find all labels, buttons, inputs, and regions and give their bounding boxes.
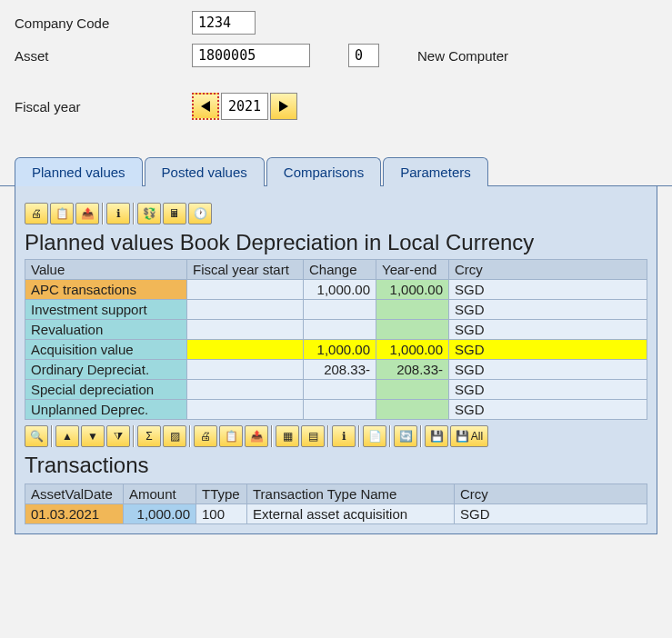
info-button-2[interactable]: ℹ xyxy=(332,425,356,447)
detail-button[interactable]: 🔍 xyxy=(25,425,48,447)
table-row[interactable]: RevaluationSGD xyxy=(25,320,647,340)
col-ttype[interactable]: TType xyxy=(196,484,247,504)
info-icon: ℹ xyxy=(116,207,121,220)
table-row[interactable]: Unplanned Deprec.SGD xyxy=(25,400,647,420)
planned-values-table: Value Fiscal year start Change Year-end … xyxy=(25,259,647,420)
print-button-2[interactable]: 🖨 xyxy=(194,425,217,447)
company-code-row: Company Code xyxy=(15,11,657,35)
planned-values-title: Planned values Book Depreciation in Loca… xyxy=(25,228,647,259)
clipboard-icon: 📋 xyxy=(55,207,69,220)
transactions-table: AssetValDate Amount TType Transaction Ty… xyxy=(25,483,647,524)
company-code-input[interactable] xyxy=(192,11,256,35)
cell-yearend xyxy=(376,400,449,420)
cell-change: 208.33- xyxy=(304,360,376,380)
fiscal-year-next-button[interactable] xyxy=(270,93,297,120)
export-clipboard-button-2[interactable]: 📋 xyxy=(219,425,243,447)
save-layout-button[interactable]: 💾 xyxy=(425,425,448,447)
toolbar-separator xyxy=(420,425,422,447)
cell-yearend: 1,000.00 xyxy=(376,340,449,360)
transactions-toolbar: 🔍 ▲ ▼ ⧩ Σ ▨ 🖨 📋 📤 ▦ ▤ ℹ 📄 🔄 💾 💾All xyxy=(25,425,647,447)
detail-icon: 🔍 xyxy=(30,430,44,443)
cell-value: Ordinary Depreciat. xyxy=(25,360,187,380)
toolbar-separator xyxy=(358,425,360,447)
svg-marker-1 xyxy=(279,101,288,112)
table-row[interactable]: APC transactions1,000.001,000.00SGD xyxy=(25,280,647,300)
col-change[interactable]: Change xyxy=(304,260,376,280)
cell-fystart xyxy=(187,300,304,320)
fiscal-year-input[interactable] xyxy=(221,93,268,120)
sum-button[interactable]: Σ xyxy=(137,425,161,447)
subtotal-icon: ▨ xyxy=(170,430,180,443)
cell-change xyxy=(304,380,376,400)
cell-change: 1,000.00 xyxy=(304,340,376,360)
tab-parameters[interactable]: Parameters xyxy=(383,157,488,186)
cell-crcy: SGD xyxy=(455,504,647,524)
filter-button[interactable]: ⧩ xyxy=(106,425,130,447)
table-row[interactable]: Investment supportSGD xyxy=(25,300,647,320)
toolbar-separator xyxy=(327,425,329,447)
col-assetvaldate[interactable]: AssetValDate xyxy=(25,484,124,504)
col-crcy[interactable]: Crcy xyxy=(455,484,647,504)
select-all-button[interactable]: 💾All xyxy=(450,425,488,447)
table-row[interactable]: Special depreciationSGD xyxy=(25,380,647,400)
grid-icon: ▤ xyxy=(308,430,318,443)
cell-yearend xyxy=(376,300,449,320)
cell-value: Investment support xyxy=(25,300,187,320)
cell-ttype: 100 xyxy=(196,504,247,524)
cell-yearend: 1,000.00 xyxy=(376,280,449,300)
grid-button[interactable]: ▤ xyxy=(301,425,325,447)
tab-posted-values[interactable]: Posted values xyxy=(145,157,265,186)
export-clipboard-button[interactable]: 📋 xyxy=(50,203,74,224)
cell-value: Revaluation xyxy=(25,320,187,340)
cell-date: 01.03.2021 xyxy=(25,504,124,524)
asset-row: Asset New Computer xyxy=(15,44,657,67)
calculator-icon: 🖩 xyxy=(169,207,180,220)
calculator-button[interactable]: 🖩 xyxy=(163,203,186,224)
sort-asc-icon: ▲ xyxy=(62,430,73,443)
planned-toolbar: 🖨 📋 📤 ℹ 💱 🖩 🕐 xyxy=(25,203,647,224)
subtotal-button[interactable]: ▨ xyxy=(163,425,186,447)
transactions-title: Transactions xyxy=(25,451,647,482)
export-button-2[interactable]: 📤 xyxy=(245,425,268,447)
currency-button[interactable]: 💱 xyxy=(137,203,161,224)
cell-change xyxy=(304,320,376,340)
clock-button[interactable]: 🕐 xyxy=(188,203,212,224)
export-button[interactable]: 📤 xyxy=(75,203,99,224)
refresh-button[interactable]: 🔄 xyxy=(394,425,417,447)
col-amount[interactable]: Amount xyxy=(124,484,196,504)
toolbar-separator xyxy=(102,203,104,224)
print-button[interactable]: 🖨 xyxy=(25,203,48,224)
col-tname[interactable]: Transaction Type Name xyxy=(247,484,455,504)
info-button[interactable]: ℹ xyxy=(106,203,130,224)
cell-amount: 1,000.00 xyxy=(124,504,196,524)
fiscal-year-prev-button[interactable] xyxy=(192,93,219,120)
col-crcy[interactable]: Crcy xyxy=(449,260,647,280)
cell-crcy: SGD xyxy=(449,320,647,340)
cell-fystart xyxy=(187,380,304,400)
sort-asc-button[interactable]: ▲ xyxy=(55,425,79,447)
export-icon: 📤 xyxy=(81,207,95,220)
asset-sub-input[interactable] xyxy=(348,44,379,67)
document-button[interactable]: 📄 xyxy=(363,425,386,447)
asset-input[interactable] xyxy=(192,44,310,67)
col-value[interactable]: Value xyxy=(25,260,187,280)
table-row[interactable]: 01.03.20211,000.00100External asset acqu… xyxy=(25,504,647,524)
save-all-icon: 💾 xyxy=(456,430,469,443)
layout-button[interactable]: ▦ xyxy=(276,425,299,447)
tab-planned-values[interactable]: Planned values xyxy=(15,157,143,186)
tab-comparisons[interactable]: Comparisons xyxy=(266,157,381,186)
table-row[interactable]: Ordinary Depreciat.208.33-208.33-SGD xyxy=(25,360,647,380)
table-row[interactable]: Acquisition value1,000.001,000.00SGD xyxy=(25,340,647,360)
fiscal-year-row: Fiscal year xyxy=(15,93,657,120)
asset-label: Asset xyxy=(15,48,192,64)
asset-description: New Computer xyxy=(417,48,508,64)
col-yearend[interactable]: Year-end xyxy=(376,260,449,280)
sort-desc-button[interactable]: ▼ xyxy=(81,425,105,447)
tabs-bar: Planned values Posted values Comparisons… xyxy=(0,138,672,186)
col-fystart[interactable]: Fiscal year start xyxy=(187,260,304,280)
cell-value: Acquisition value xyxy=(25,340,187,360)
export-icon: 📤 xyxy=(250,430,264,443)
cell-crcy: SGD xyxy=(449,300,647,320)
content-area: 🖨 📋 📤 ℹ 💱 🖩 🕐 Planned values Book Deprec… xyxy=(15,186,657,534)
toolbar-separator xyxy=(271,425,273,447)
